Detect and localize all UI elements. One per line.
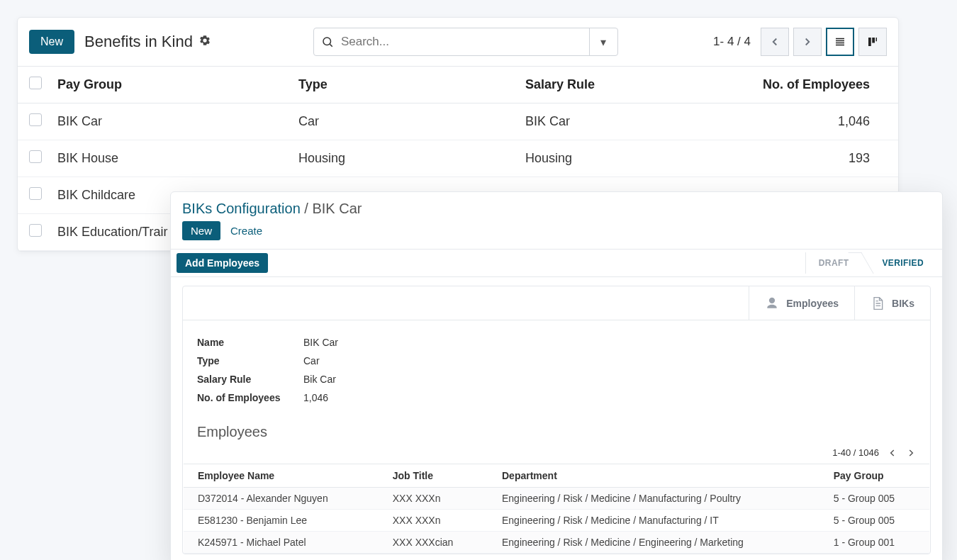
tab-employees[interactable]: Employees [749,286,854,320]
svg-line-1 [330,44,332,46]
chevron-right-icon [801,35,814,48]
cell-no-employees: 193 [738,151,887,166]
kanban-view-button[interactable] [858,28,887,56]
table-row[interactable]: K245971 - Michael PatelXXX XXXcianEngine… [184,532,929,554]
cell-salary-rule: Housing [525,151,738,166]
cell-salary-rule: BIK Car [525,114,738,129]
table-row[interactable]: D372014 - Alexander NguyenXXX XXXnEngine… [184,488,929,510]
svg-point-0 [323,38,331,45]
gear-icon[interactable] [198,33,211,51]
tab-biks-label: BIKs [892,298,914,309]
cell-pay-group: 5 - Group 005 [819,488,929,510]
cell-employee-name: D372014 - Alexander Nguyen [184,488,379,510]
col-job-title[interactable]: Job Title [379,464,488,488]
tab-employees-label: Employees [786,298,839,309]
row-checkbox[interactable] [29,224,42,237]
employees-pager: 1-40 / 1046 [183,444,930,464]
field-type-value: Car [303,355,320,366]
cell-type: Car [298,114,525,129]
list-table-header: Pay Group Type Salary Rule No. of Employ… [18,66,898,103]
search-options-toggle[interactable]: ▾ [589,28,617,55]
cell-job-title: XXX XXXn [379,488,488,510]
field-rule-value: Bik Car [303,374,336,385]
row-checkbox[interactable] [29,150,42,163]
cell-pay-group: 1 - Group 001 [819,532,929,554]
search-icon [314,35,341,48]
detail-body: Employees BIKs NameBIK Car TypeCar Salar… [171,277,942,560]
list-icon [834,35,846,48]
col-pay-group[interactable]: Pay Group [819,464,929,488]
cell-job-title: XXX XXXcian [379,532,488,554]
caret-down-icon: ▾ [600,35,606,49]
cell-type: Housing [298,151,525,166]
table-row[interactable]: E581230 - Benjamin LeeXXX XXXnEngineerin… [184,510,929,532]
field-type-label: Type [197,355,303,366]
col-type[interactable]: Type [298,77,525,92]
table-row[interactable]: BIK HouseHousingHousing193 [18,140,898,177]
employees-heading: Employees [183,414,930,444]
col-salary-rule[interactable]: Salary Rule [525,77,738,92]
status-strip: DRAFT VERIFIED [805,252,936,274]
chevron-left-icon [768,35,781,48]
col-department[interactable]: Department [488,464,819,488]
col-pay-group[interactable]: Pay Group [57,77,298,92]
cell-pay-group: 5 - Group 005 [819,510,929,532]
field-name-label: Name [197,337,303,348]
prev-page-button[interactable] [761,28,789,56]
breadcrumb-root-link[interactable]: BIKs Configuration [182,201,301,216]
cell-pay-group: BIK House [57,151,298,166]
status-verified[interactable]: VERIFIED [861,252,936,274]
cell-department: Engineering / Risk / Medicine / Engineer… [488,532,819,554]
status-draft[interactable]: DRAFT [805,252,862,274]
toolbar-right: 1- 4 / 4 [713,28,887,56]
field-name-value: BIK Car [303,337,338,348]
view-title: Benefits in Kind [84,33,211,51]
next-page-button[interactable] [793,28,822,56]
card-tabs: Employees BIKs [183,286,930,320]
pager-text: 1- 4 / 4 [713,35,751,49]
field-emp-label: No. of Employees [197,392,303,403]
field-emp-value: 1,046 [303,392,328,403]
list-view-button[interactable] [826,28,854,56]
employees-prev-button[interactable] [888,448,897,458]
tab-biks[interactable]: BIKs [854,286,930,320]
cell-department: Engineering / Risk / Medicine / Manufact… [488,510,819,532]
detail-fields: NameBIK Car TypeCar Salary RuleBik Car N… [183,320,930,414]
search-box: ▾ [313,28,618,56]
document-icon [871,296,885,310]
breadcrumb-current: BIK Car [312,201,362,216]
view-title-text: Benefits in Kind [84,33,193,51]
cell-pay-group: BIK Car [57,114,298,129]
svg-rect-4 [876,38,878,41]
col-no-employees[interactable]: No. of Employees [738,77,887,92]
col-employee-name[interactable]: Employee Name [184,464,379,488]
user-icon [765,296,779,310]
list-toolbar: New Benefits in Kind ▾ 1- 4 / 4 [18,18,898,66]
cell-employee-name: E581230 - Benjamin Lee [184,510,379,532]
create-link[interactable]: Create [230,225,262,237]
add-employees-button[interactable]: Add Employees [177,253,268,273]
detail-window: BIKs Configuration / BIK Car New Create … [170,191,943,560]
svg-rect-2 [868,38,871,46]
search-input[interactable] [341,28,589,55]
cell-employee-name: K245971 - Michael Patel [184,532,379,554]
new-button[interactable]: New [29,30,74,54]
row-checkbox[interactable] [29,113,42,126]
breadcrumb: BIKs Configuration / BIK Car [171,192,942,221]
cell-department: Engineering / Risk / Medicine / Manufact… [488,488,819,510]
detail-card: Employees BIKs NameBIK Car TypeCar Salar… [182,286,931,554]
employees-next-button[interactable] [906,448,916,458]
cell-job-title: XXX XXXn [379,510,488,532]
employees-pager-text: 1-40 / 1046 [832,447,879,458]
svg-rect-3 [872,38,875,43]
row-checkbox[interactable] [29,187,42,200]
action-status-bar: Add Employees DRAFT VERIFIED [171,249,942,277]
detail-sub-toolbar: New Create [171,221,942,249]
select-all-checkbox[interactable] [29,77,42,89]
breadcrumb-separator: / [301,201,313,216]
field-rule-label: Salary Rule [197,374,303,385]
table-row[interactable]: BIK CarCarBIK Car1,046 [18,103,898,140]
employees-table: Employee Name Job Title Department Pay G… [184,464,929,554]
kanban-icon [866,35,879,48]
detail-new-button[interactable]: New [182,221,220,240]
